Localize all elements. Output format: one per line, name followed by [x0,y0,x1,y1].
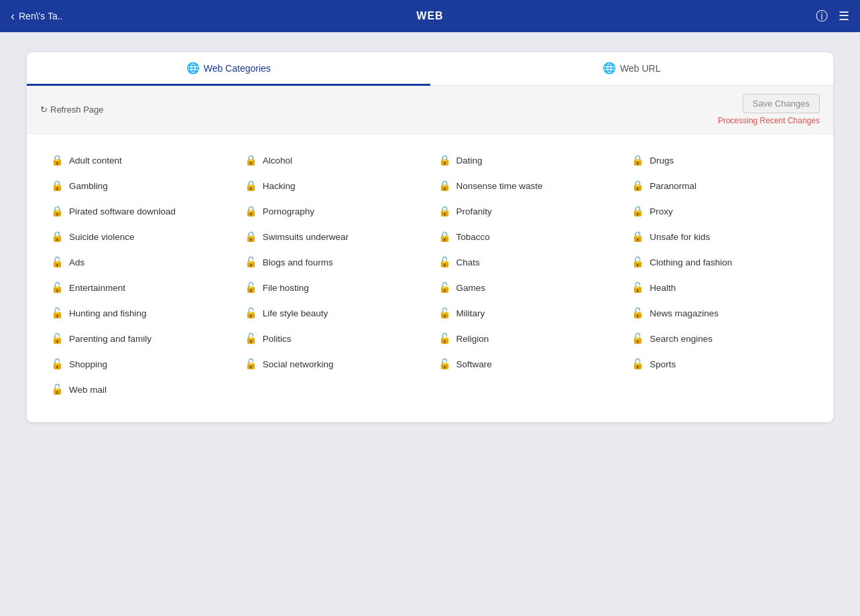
category-label: Suicide violence [69,232,135,242]
category-item[interactable]: 🔓Health [623,275,817,300]
category-item[interactable]: 🔓Chats [430,249,624,275]
category-label: Software [456,359,492,369]
category-item[interactable]: 🔓Entertainment [43,275,237,300]
tab-web-url[interactable]: 🌐 Web URL [430,52,834,86]
category-item[interactable]: 🔒Tobacco [430,224,624,249]
category-item[interactable]: 🔒Pirated software download [43,198,237,224]
category-item[interactable]: 🔒Adult content [43,147,237,173]
unlocked-icon: 🔓 [438,332,451,345]
category-item[interactable]: 🔓Games [430,275,624,300]
save-button[interactable]: Save Changes [743,94,820,113]
unlocked-icon: 🔓 [245,282,257,294]
category-item[interactable]: 🔓Social networking [237,351,430,377]
category-item[interactable]: 🔓Search engines [623,326,817,351]
category-label: Chats [456,257,480,267]
category-item[interactable]: 🔓Web mail [43,377,237,402]
unlocked-icon: 🔓 [51,307,64,319]
category-item[interactable]: 🔓Hunting and fishing [43,300,237,326]
category-label: Religion [456,334,489,344]
category-item[interactable]: 🔓Shopping [43,351,237,377]
back-button[interactable]: ‹ Ren\'s Ta.. [11,9,62,23]
locked-icon: 🔒 [438,205,451,217]
globe-icon-1: 🌐 [186,62,200,74]
locked-icon: 🔒 [631,205,644,217]
category-label: File hosting [263,283,309,293]
category-item[interactable]: 🔓Sports [623,351,817,377]
category-item[interactable]: 🔒Paranormal [623,173,817,198]
category-item[interactable]: 🔒Unsafe for kids [623,224,817,249]
category-item[interactable]: 🔓Clothing and fashion [623,249,817,275]
category-label: Entertainment [69,283,125,293]
help-button[interactable]: ⓘ [816,8,828,24]
category-item[interactable]: 🔓Life style beauty [237,300,430,326]
menu-button[interactable]: ☰ [839,9,849,23]
unlocked-icon: 🔓 [438,358,451,370]
main-content: 🌐 Web Categories 🌐 Web URL ↻ Refresh Pag… [0,32,860,616]
category-label: News magazines [650,308,719,318]
unlocked-icon: 🔓 [631,307,644,319]
category-label: Proxy [650,206,673,217]
refresh-button[interactable]: ↻ Refresh Page [40,105,104,115]
category-label: Tobacco [456,232,490,242]
tab-web-url-label: Web URL [620,63,660,74]
category-label: Life style beauty [263,308,328,318]
category-item[interactable]: 🔒Swimsuits underwear [237,224,430,249]
category-label: Social networking [263,359,334,369]
category-item[interactable]: 🔓Religion [430,326,624,351]
category-item[interactable]: 🔓Blogs and fourms [237,249,430,275]
unlocked-icon: 🔓 [438,307,451,319]
category-label: Adult content [69,156,122,166]
category-item[interactable]: 🔒Gambling [43,173,237,198]
tab-web-categories[interactable]: 🌐 Web Categories [27,52,430,86]
categories-grid: 🔒Adult content🔒Alcohol🔒Dating🔒Drugs🔒Gamb… [27,134,833,422]
category-item[interactable]: 🔓Military [430,300,624,326]
locked-icon: 🔒 [631,231,644,243]
unlocked-icon: 🔓 [51,358,64,370]
category-label: Profanity [456,206,492,217]
category-item[interactable]: 🔓Parenting and family [43,326,237,351]
category-item[interactable]: 🔒Drugs [623,147,817,173]
category-label: Alcohol [263,156,292,166]
category-item[interactable]: 🔒Dating [430,147,624,173]
content-card: 🌐 Web Categories 🌐 Web URL ↻ Refresh Pag… [27,52,833,422]
category-label: Hunting and fishing [69,308,147,318]
locked-icon: 🔒 [438,231,451,243]
category-label: Web mail [69,385,107,395]
category-label: Clothing and fashion [650,257,732,267]
topbar-left: ‹ Ren\'s Ta.. [11,9,62,23]
tab-web-categories-label: Web Categories [204,63,271,74]
category-label: Dating [456,156,483,166]
unlocked-icon: 🔓 [51,256,64,268]
category-item[interactable]: 🔒Suicide violence [43,224,237,249]
category-label: Nonsense time waste [456,181,543,191]
category-item[interactable]: 🔒Profanity [430,198,624,224]
unlocked-icon: 🔓 [245,307,257,319]
category-item[interactable]: 🔓News magazines [623,300,817,326]
topbar-title: WEB [416,10,443,22]
category-label: Pirated software download [69,206,176,217]
category-item[interactable]: 🔓Politics [237,326,430,351]
category-item[interactable]: 🔒Nonsense time waste [430,173,624,198]
category-item[interactable]: 🔒Pornography [237,198,430,224]
category-label: Drugs [650,156,674,166]
locked-icon: 🔒 [51,231,64,243]
category-label: Shopping [69,359,107,369]
locked-icon: 🔒 [245,231,257,243]
processing-status: Processing Recent Changes [718,116,820,125]
unlocked-icon: 🔓 [631,256,644,268]
category-item[interactable]: 🔒Alcohol [237,147,430,173]
category-label: Gambling [69,181,108,191]
category-item[interactable]: 🔓Ads [43,249,237,275]
unlocked-icon: 🔓 [631,332,644,345]
category-item[interactable]: 🔒Proxy [623,198,817,224]
category-item[interactable]: 🔒Hacking [237,173,430,198]
refresh-icon: ↻ [40,105,48,115]
topbar-right: ⓘ ☰ [816,8,849,24]
category-item[interactable]: 🔓File hosting [237,275,430,300]
locked-icon: 🔒 [51,205,64,217]
save-label: Save Changes [753,99,810,109]
category-item[interactable]: 🔓Software [430,351,624,377]
category-label: Sports [650,359,676,369]
tab-bar: 🌐 Web Categories 🌐 Web URL [27,52,833,86]
toolbar-right: Save Changes Processing Recent Changes [718,94,820,125]
